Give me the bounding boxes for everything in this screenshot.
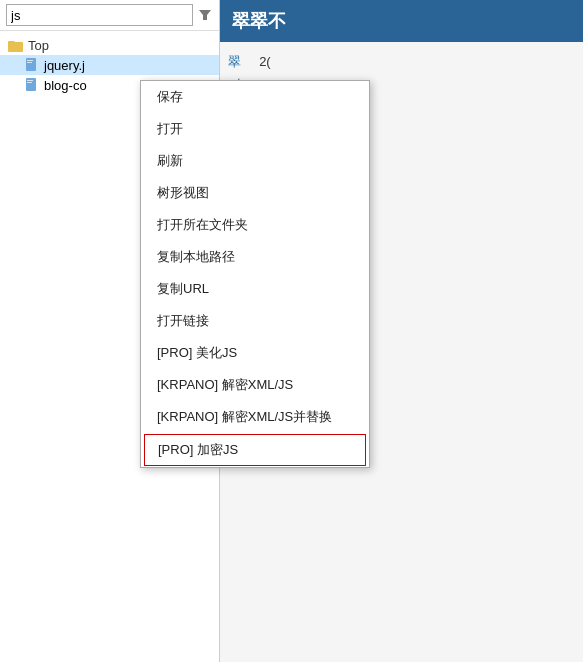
svg-rect-7 bbox=[27, 80, 33, 81]
right-header-text: 翠翠不 bbox=[232, 9, 286, 33]
menu-item-open[interactable]: 打开 bbox=[141, 113, 369, 145]
menu-item-pro-beautify[interactable]: [PRO] 美化JS bbox=[141, 337, 369, 369]
menu-item-krpano-decrypt[interactable]: [KRPANO] 解密XML/JS bbox=[141, 369, 369, 401]
menu-item-save[interactable]: 保存 bbox=[141, 81, 369, 113]
tree-item-jquery[interactable]: jquery.j bbox=[0, 55, 219, 75]
svg-marker-0 bbox=[199, 10, 211, 20]
file-icon-jquery bbox=[24, 57, 40, 73]
tree-item-jquery-label: jquery.j bbox=[44, 58, 85, 73]
menu-item-copy-local-path[interactable]: 复制本地路径 bbox=[141, 241, 369, 273]
svg-rect-4 bbox=[27, 60, 33, 61]
top-folder-label: Top bbox=[28, 38, 49, 53]
menu-item-refresh[interactable]: 刷新 bbox=[141, 145, 369, 177]
search-input[interactable]: js bbox=[6, 4, 193, 26]
svg-rect-5 bbox=[27, 62, 32, 63]
filter-icon[interactable] bbox=[197, 7, 213, 23]
search-bar: js bbox=[0, 0, 219, 31]
menu-item-krpano-decrypt-replace[interactable]: [KRPANO] 解密XML/JS并替换 bbox=[141, 401, 369, 433]
menu-item-tree-view[interactable]: 树形视图 bbox=[141, 177, 369, 209]
svg-rect-6 bbox=[26, 78, 36, 91]
svg-rect-2 bbox=[8, 41, 15, 44]
right-header: 翠翠不 bbox=[220, 0, 583, 42]
menu-item-copy-url[interactable]: 复制URL bbox=[141, 273, 369, 305]
tree-top-folder[interactable]: Top bbox=[0, 35, 219, 55]
folder-icon bbox=[8, 37, 24, 53]
menu-item-pro-encrypt[interactable]: [PRO] 加密JS bbox=[144, 434, 366, 466]
context-menu: 保存 打开 刷新 树形视图 打开所在文件夹 复制本地路径 复制URL 打开链接 … bbox=[140, 80, 370, 468]
menu-item-open-folder[interactable]: 打开所在文件夹 bbox=[141, 209, 369, 241]
menu-item-open-link[interactable]: 打开链接 bbox=[141, 305, 369, 337]
file-icon-blog bbox=[24, 77, 40, 93]
tree-item-blog-label: blog-co bbox=[44, 78, 87, 93]
svg-rect-3 bbox=[26, 58, 36, 71]
svg-rect-8 bbox=[27, 82, 32, 83]
